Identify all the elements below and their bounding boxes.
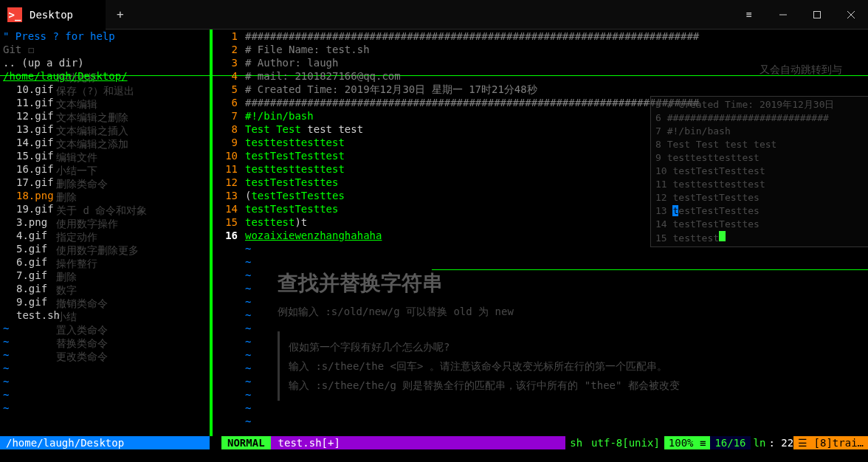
code-line[interactable]: ########################################… (245, 96, 868, 109)
code-line[interactable]: # File Name: test.sh (245, 43, 868, 56)
status-bar: /home/laugh/Desktop NORMAL test.sh[+] sh… (0, 436, 868, 462)
file-tree[interactable]: " Press ? for help Git ☐ .. (up a dir) /… (0, 30, 210, 436)
file-17.gif[interactable]: 17.gif (3, 176, 210, 189)
file-14.gif[interactable]: 14.gif (3, 136, 210, 149)
tab-label: Desktop (30, 8, 103, 21)
line-number: 1 (218, 30, 241, 43)
status-position: 16/16 (710, 436, 750, 449)
terminal-icon: >_ (7, 7, 22, 22)
new-tab-button[interactable]: + (106, 8, 135, 21)
line-number: 15 (218, 216, 241, 229)
file-3.png[interactable]: 3.png (3, 216, 210, 229)
file-12.gif[interactable]: 12.gif (3, 109, 210, 123)
code-line[interactable]: testTestTesttes (245, 202, 868, 216)
code-line[interactable]: testtest)t (245, 216, 868, 229)
line-number: 3 (218, 56, 241, 69)
tree-path[interactable]: /home/laugh/Desktop/ (3, 69, 210, 83)
tilde: ~ (3, 348, 210, 362)
file-15.gif[interactable]: 15.gif (3, 149, 210, 162)
code-body[interactable]: ########################################… (241, 30, 868, 436)
maximize-button[interactable] (800, 0, 834, 30)
line-number: 12 (218, 176, 241, 189)
status-path: /home/laugh/Desktop (0, 436, 210, 449)
window-controls: ≡ (732, 0, 868, 30)
code-line[interactable]: testtesttesttest (245, 162, 868, 176)
tilde: ~ (3, 335, 210, 348)
git-status: Git ☐ (3, 43, 210, 56)
menu-icon[interactable]: ≡ (732, 0, 766, 30)
code-line[interactable]: # mail: 2101827166@qq.com (245, 69, 868, 83)
code-line[interactable]: testtesttesttest (245, 136, 868, 149)
line-number: 6 (218, 96, 241, 109)
file-10.gif[interactable]: 10.gif (3, 83, 210, 96)
file-11.gif[interactable]: 11.gif (3, 96, 210, 109)
editor-body: 移动光标保存（?）和退出文本编辑文本编辑之删除文本编辑之插入文本编辑之添加编辑文… (0, 30, 868, 436)
line-number: 9 (218, 136, 241, 149)
cursor-line-hr (432, 269, 868, 270)
line-number: 13 (218, 189, 241, 202)
status-trailing: ☰ [8]trai… (793, 436, 868, 449)
status-filetype: sh (565, 436, 587, 449)
line-number: 4 (218, 69, 241, 83)
code-line[interactable]: # Created Time: 2019年12月30日 星期一 17时21分48… (245, 83, 868, 96)
line-number: 11 (218, 162, 241, 176)
file-18.png[interactable]: 18.png (3, 189, 210, 202)
file-5.gif[interactable]: 5.gif (3, 242, 210, 255)
tilde: ~ (3, 401, 210, 415)
code-line[interactable]: #!/bin/bash (245, 109, 868, 123)
code-line[interactable]: Test Test test test (245, 123, 868, 136)
line-number: 8 (218, 123, 241, 136)
file-13.gif[interactable]: 13.gif (3, 123, 210, 136)
status-column: : 22 (768, 436, 793, 449)
code-line[interactable]: testTestTesttest (245, 149, 868, 162)
file-8.gif[interactable]: 8.gif (3, 282, 210, 295)
file-19.gif[interactable]: 19.gif (3, 202, 210, 216)
tilde: ~ (3, 322, 210, 335)
tilde: ~ (3, 388, 210, 401)
up-dir[interactable]: .. (up a dir) (3, 56, 210, 69)
status-mode: NORMAL (221, 436, 271, 449)
code-line[interactable]: wozaixiewenzhanghahaha (245, 229, 868, 242)
code-line[interactable]: # Author: laugh (245, 56, 868, 69)
status-encoding: utf-8[unix] (587, 436, 664, 449)
svg-rect-1 (814, 11, 821, 18)
file-test.sh[interactable]: test.sh (3, 308, 210, 322)
terminal-tab[interactable]: >_ Desktop (0, 0, 106, 30)
line-number: 5 (218, 83, 241, 96)
line-number: 16 (218, 229, 241, 242)
help-hint: " Press ? for help (3, 30, 210, 43)
file-16.gif[interactable]: 16.gif (3, 162, 210, 176)
status-percent: 100% ≡ (664, 436, 711, 449)
file-4.gif[interactable]: 4.gif (3, 229, 210, 242)
code-line[interactable]: testTestTesttes (245, 176, 868, 189)
file-6.gif[interactable]: 6.gif (3, 255, 210, 269)
file-9.gif[interactable]: 9.gif (3, 295, 210, 308)
line-number: 14 (218, 202, 241, 216)
line-number: 10 (218, 149, 241, 162)
close-button[interactable] (834, 0, 868, 30)
line-number: 7 (218, 109, 241, 123)
tilde: ~ (3, 375, 210, 388)
code-editor[interactable]: 12345678910111213141516 ################… (218, 30, 868, 436)
code-line[interactable]: ########################################… (245, 30, 868, 43)
minimize-button[interactable] (766, 0, 800, 30)
line-number: 2 (218, 43, 241, 56)
status-ln-label: ln (751, 436, 769, 449)
line-numbers: 12345678910111213141516 (218, 30, 241, 436)
tilde: ~ (3, 362, 210, 375)
status-file: test.sh[+] (271, 436, 566, 449)
file-7.gif[interactable]: 7.gif (3, 269, 210, 282)
code-line[interactable]: (testTestTesttes (245, 189, 868, 202)
title-bar: >_ Desktop + ≡ (0, 0, 868, 30)
